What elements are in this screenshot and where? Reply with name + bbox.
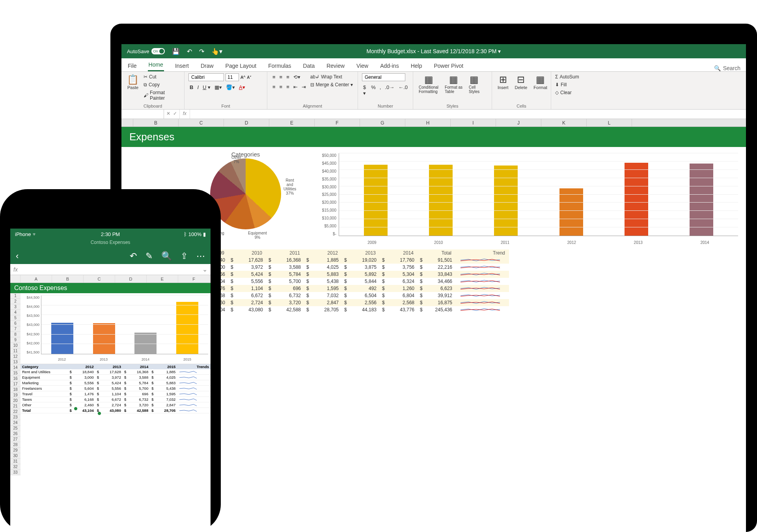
- cut-button[interactable]: ✂Cut: [144, 73, 180, 80]
- phone-doc-title[interactable]: Contoso Expenses: [10, 240, 211, 248]
- clear-button[interactable]: ◇Clear: [555, 89, 579, 96]
- percent-format-button[interactable]: %: [370, 84, 377, 97]
- fill-color-button[interactable]: 🪣▾: [225, 84, 236, 91]
- tab-page-layout[interactable]: Page Layout: [225, 60, 257, 71]
- bar-chart[interactable]: $-$5,000$10,000$15,000$20,000$25,000$30,…: [317, 151, 742, 248]
- column-header[interactable]: I: [451, 119, 496, 126]
- table-row[interactable]: $5,556$5,424$5,784$5,883$5,892$5,304$33,…: [183, 271, 509, 278]
- table-row[interactable]: $1,476$1,104$696$1,595$492$1,260$6,623: [183, 285, 509, 292]
- format-painter-button[interactable]: 🖌Format Painter: [144, 89, 180, 102]
- row-header[interactable]: 23: [10, 415, 21, 420]
- column-header[interactable]: D: [224, 119, 269, 126]
- tab-help[interactable]: Help: [410, 60, 423, 71]
- table-row[interactable]: $5,604$5,556$5,700$5,438$5,844$6,324$34,…: [183, 278, 509, 285]
- row-header[interactable]: 6: [10, 321, 21, 326]
- column-header[interactable]: L: [587, 119, 632, 126]
- phone-expenses-table[interactable]: Category2012201320142015Trends Rent and …: [21, 364, 211, 413]
- underline-button[interactable]: U ▾: [201, 84, 212, 91]
- search-icon[interactable]: 🔍: [161, 251, 172, 261]
- column-headers[interactable]: BCDEFGHIJKL: [121, 119, 746, 127]
- column-header[interactable]: C: [179, 119, 224, 126]
- row-header[interactable]: 22: [10, 409, 21, 415]
- tab-power-pivot[interactable]: Power Pivot: [433, 60, 464, 71]
- indent-decrease-icon[interactable]: ⇤: [292, 83, 299, 91]
- column-header[interactable]: E: [269, 119, 315, 126]
- tab-data[interactable]: Data: [302, 60, 316, 71]
- undo-icon[interactable]: ↶: [130, 251, 137, 261]
- accounting-format-button[interactable]: $ ▾: [362, 84, 368, 97]
- tab-draw[interactable]: Draw: [200, 60, 214, 71]
- table-row[interactable]: Equipment$3,000$3,972$3,588$4,025: [21, 375, 211, 380]
- table-row[interactable]: $2,460$2,724$3,720$2,847$2,556$2,568$16,…: [183, 299, 509, 306]
- autosum-button[interactable]: ΣAutoSum: [555, 73, 579, 80]
- row-header[interactable]: 4: [10, 310, 21, 315]
- row-header[interactable]: 8: [10, 332, 21, 337]
- paste-button[interactable]: 📋 Paste: [125, 73, 140, 91]
- border-button[interactable]: ▦▾: [213, 84, 223, 91]
- save-icon[interactable]: 💾: [172, 48, 180, 55]
- table-row[interactable]: Marketing$5,556$5,424$5,784$5,883: [21, 380, 211, 386]
- number-format-select[interactable]: [362, 73, 405, 81]
- row-header[interactable]: 33: [10, 470, 21, 475]
- draw-icon[interactable]: ✎: [145, 251, 153, 261]
- row-header[interactable]: 24: [10, 420, 21, 426]
- row-header[interactable]: 28: [10, 442, 21, 448]
- row-header[interactable]: 11: [10, 348, 21, 354]
- formula-input[interactable]: [190, 110, 746, 119]
- row-header[interactable]: 30: [10, 453, 21, 459]
- copy-button[interactable]: ⧉Copy: [144, 81, 180, 88]
- conditional-formatting-button[interactable]: ▦Conditional Formatting: [417, 73, 440, 95]
- chevron-down-icon[interactable]: ⌄: [202, 266, 207, 273]
- row-header[interactable]: 1: [10, 293, 21, 299]
- orientation-icon[interactable]: ⟲▾: [292, 73, 302, 81]
- column-header[interactable]: J: [496, 119, 541, 126]
- row-header[interactable]: 26: [10, 431, 21, 437]
- italic-button[interactable]: I: [196, 84, 200, 91]
- document-title[interactable]: Monthly Budget.xlsx - Last Saved 12/1/20…: [367, 48, 501, 54]
- search-ribbon[interactable]: 🔍 Search: [714, 65, 740, 71]
- table-row[interactable]: Total$43,104$43,080$42,588$28,705: [21, 408, 211, 413]
- row-header[interactable]: 19: [10, 392, 21, 398]
- column-header[interactable]: A: [21, 275, 52, 283]
- tab-formulas[interactable]: Formulas: [267, 60, 292, 71]
- font-size-select[interactable]: [226, 73, 239, 81]
- column-header[interactable]: B: [52, 275, 84, 283]
- row-header[interactable]: 2: [10, 299, 21, 304]
- column-header[interactable]: C: [84, 275, 115, 283]
- tab-view[interactable]: View: [356, 60, 369, 71]
- row-header[interactable]: 9: [10, 337, 21, 343]
- row-header[interactable]: 21: [10, 404, 21, 409]
- column-header[interactable]: B: [133, 119, 179, 126]
- table-row[interactable]: Other$2,460$2,724$3,720$2,847: [21, 402, 211, 408]
- delete-cells-button[interactable]: ⊟Delete: [513, 73, 529, 91]
- table-row[interactable]: Freelancers$5,604$5,556$5,700$5,438: [21, 386, 211, 391]
- more-icon[interactable]: ⋯: [196, 251, 205, 261]
- align-left-icon[interactable]: ≡: [271, 83, 277, 91]
- table-row[interactable]: $3,000$3,972$3,588$4,025$3,875$3,756$22,…: [183, 264, 509, 271]
- align-center-icon[interactable]: ≡: [278, 83, 284, 91]
- font-name-select[interactable]: [188, 73, 224, 81]
- autosave-control[interactable]: AutoSave On: [127, 48, 165, 54]
- align-top-icon[interactable]: ≡: [271, 73, 277, 81]
- row-header[interactable]: 7: [10, 326, 21, 332]
- tab-add-ins[interactable]: Add-ins: [379, 60, 399, 71]
- table-row[interactable]: $18,840$17,628$16,368$1,885$19,020$17,76…: [183, 257, 509, 264]
- table-row[interactable]: $6,168$6,672$6,732$7,032$6,504$6,804$39,…: [183, 292, 509, 299]
- table-row[interactable]: $43,104$43,080$42,588$28,705$44,183$43,7…: [183, 306, 509, 313]
- merge-center-button[interactable]: ⊟Merge & Center ▾: [310, 81, 353, 88]
- align-right-icon[interactable]: ≡: [285, 83, 291, 91]
- tab-insert[interactable]: Insert: [174, 60, 190, 71]
- autosave-toggle[interactable]: On: [151, 48, 165, 54]
- undo-icon[interactable]: ↶: [187, 48, 192, 55]
- row-header[interactable]: 15: [10, 370, 21, 376]
- font-color-button[interactable]: A▾: [238, 84, 246, 91]
- row-header[interactable]: 13: [10, 359, 21, 365]
- formula-controls[interactable]: ✕ ✓: [164, 110, 180, 119]
- row-header[interactable]: 18: [10, 387, 21, 392]
- row-header[interactable]: 14: [10, 365, 21, 370]
- row-header[interactable]: 25: [10, 426, 21, 431]
- phone-formula-bar[interactable]: fx ⌄: [10, 264, 211, 275]
- phone-column-headers[interactable]: ABCDEF: [10, 275, 211, 283]
- table-row[interactable]: Travel$1,476$1,104$696$1,595: [21, 391, 211, 397]
- comma-format-button[interactable]: ,: [378, 84, 382, 97]
